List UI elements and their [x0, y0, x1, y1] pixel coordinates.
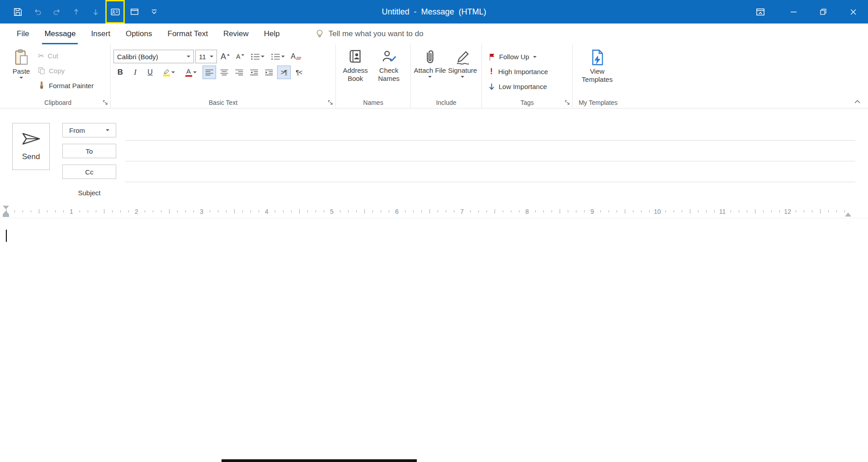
- address-book-label: Address Book: [339, 66, 372, 83]
- exclamation-icon: !: [488, 67, 495, 76]
- to-label: To: [86, 147, 93, 155]
- ruler-number: 8: [524, 208, 531, 215]
- from-field[interactable]: [125, 140, 855, 141]
- message-body-editor[interactable]: [0, 219, 868, 462]
- arrow-down-icon: [92, 8, 99, 16]
- ruler-number: 9: [589, 208, 596, 215]
- tab-help[interactable]: Help: [256, 24, 288, 44]
- save-button[interactable]: [8, 0, 28, 24]
- clipboard-dialog-launcher[interactable]: [102, 99, 108, 105]
- copy-button[interactable]: Copy: [34, 64, 97, 77]
- shrink-font-button[interactable]: A: [233, 50, 247, 63]
- maximize-restore-button[interactable]: [808, 0, 838, 24]
- document-lightning-icon: [590, 49, 604, 66]
- to-button[interactable]: To: [62, 144, 116, 158]
- basic-text-dialog-launcher[interactable]: [327, 99, 333, 105]
- minimize-button[interactable]: [778, 0, 808, 24]
- redo-icon: [53, 8, 61, 16]
- cc-label: Cc: [85, 168, 93, 176]
- ruler-number: 1: [68, 208, 75, 215]
- cc-button[interactable]: Cc: [62, 165, 116, 179]
- close-button[interactable]: [838, 0, 868, 24]
- font-name-select[interactable]: Calibri (Body): [113, 50, 194, 63]
- tab-message[interactable]: Message: [37, 24, 83, 44]
- check-names-button[interactable]: Check Names: [372, 47, 406, 97]
- right-indent-marker[interactable]: [845, 212, 851, 217]
- ribbon-display-options-button[interactable]: [750, 0, 771, 24]
- chevron-down-icon: [19, 77, 23, 79]
- grow-font-button[interactable]: A: [218, 50, 232, 63]
- align-left-icon: [205, 69, 213, 76]
- font-size-value: 11: [199, 53, 206, 61]
- view-templates-button[interactable]: View Templates: [576, 47, 619, 97]
- font-name-value: Calibri (Body): [117, 53, 158, 61]
- format-painter-label: Format Painter: [49, 82, 94, 90]
- contact-card-icon: [111, 8, 120, 16]
- from-label: From: [69, 127, 85, 134]
- format-painter-button[interactable]: Format Painter: [34, 79, 97, 92]
- tell-me-box[interactable]: Tell me what you want to do: [316, 29, 424, 39]
- popout-window-button[interactable]: [125, 0, 144, 24]
- ruler: 123456789101112: [0, 205, 868, 218]
- hanging-indent-marker[interactable]: [3, 211, 9, 214]
- close-icon: [850, 9, 856, 15]
- low-importance-button[interactable]: Low Importance: [485, 80, 552, 94]
- text-highlight-button[interactable]: [158, 66, 179, 79]
- tab-review[interactable]: Review: [216, 24, 256, 44]
- attach-file-button[interactable]: Attach File: [414, 47, 446, 97]
- highlighter-icon: [163, 68, 170, 76]
- paste-button[interactable]: Paste: [8, 47, 34, 97]
- customize-qat-button[interactable]: [144, 0, 164, 24]
- ruler-number: 2: [133, 208, 140, 215]
- chevron-down-icon: [106, 129, 109, 131]
- font-color-button[interactable]: A: [180, 66, 201, 79]
- send-button[interactable]: Send: [12, 123, 50, 170]
- high-importance-button[interactable]: ! High Importance: [485, 65, 552, 79]
- taskbar-peek-strip: [222, 459, 417, 462]
- collapse-ribbon-button[interactable]: [851, 97, 863, 106]
- bold-button[interactable]: B: [113, 66, 127, 79]
- tab-options[interactable]: Options: [118, 24, 160, 44]
- subject-label: Subject: [62, 189, 116, 197]
- tab-file[interactable]: File: [9, 24, 37, 44]
- ribbon-display-options-icon: [756, 8, 765, 16]
- align-center-button[interactable]: [217, 66, 231, 79]
- from-button[interactable]: From: [62, 123, 116, 137]
- font-size-select[interactable]: 11: [195, 50, 217, 63]
- font-color-bar: [185, 75, 192, 77]
- cut-button[interactable]: ✂ Cut: [34, 49, 97, 62]
- bullets-button[interactable]: [248, 50, 267, 63]
- align-left-button[interactable]: [203, 66, 216, 79]
- outlook-message-window: Untitled - Message (HTML) File Message I…: [0, 0, 868, 462]
- undo-button[interactable]: [28, 0, 47, 24]
- left-indent-marker[interactable]: [3, 214, 9, 217]
- chevron-down-line-icon: [151, 9, 158, 15]
- cc-field[interactable]: [125, 182, 855, 182]
- tags-dialog-launcher[interactable]: [564, 99, 570, 105]
- decrease-indent-button[interactable]: [247, 66, 261, 79]
- address-book-button[interactable]: Address Book: [339, 47, 372, 97]
- first-line-indent-marker[interactable]: [3, 206, 9, 209]
- signature-button[interactable]: Signature: [446, 47, 479, 97]
- redo-button[interactable]: [47, 0, 66, 24]
- left-to-right-button[interactable]: >¶: [277, 66, 291, 79]
- decrease-indent-icon: [250, 69, 258, 76]
- clear-formatting-button[interactable]: A: [289, 50, 302, 63]
- numbering-button[interactable]: [269, 50, 288, 63]
- chevron-down-icon: [210, 56, 213, 57]
- quick-access-toolbar: [0, 0, 164, 24]
- tab-format-text[interactable]: Format Text: [160, 24, 216, 44]
- italic-button[interactable]: I: [128, 66, 142, 79]
- increase-indent-button[interactable]: [262, 66, 276, 79]
- tab-insert[interactable]: Insert: [83, 24, 118, 44]
- align-right-button[interactable]: [232, 66, 246, 79]
- underline-button[interactable]: U: [143, 66, 157, 79]
- right-to-left-button[interactable]: ¶<: [292, 66, 306, 79]
- chevron-up-icon: [854, 100, 860, 104]
- previous-item-button[interactable]: [66, 0, 86, 24]
- contact-card-button[interactable]: [105, 0, 125, 24]
- increase-indent-icon: [265, 69, 273, 76]
- next-item-button[interactable]: [86, 0, 105, 24]
- to-field[interactable]: [125, 161, 855, 161]
- follow-up-button[interactable]: Follow Up: [485, 50, 552, 64]
